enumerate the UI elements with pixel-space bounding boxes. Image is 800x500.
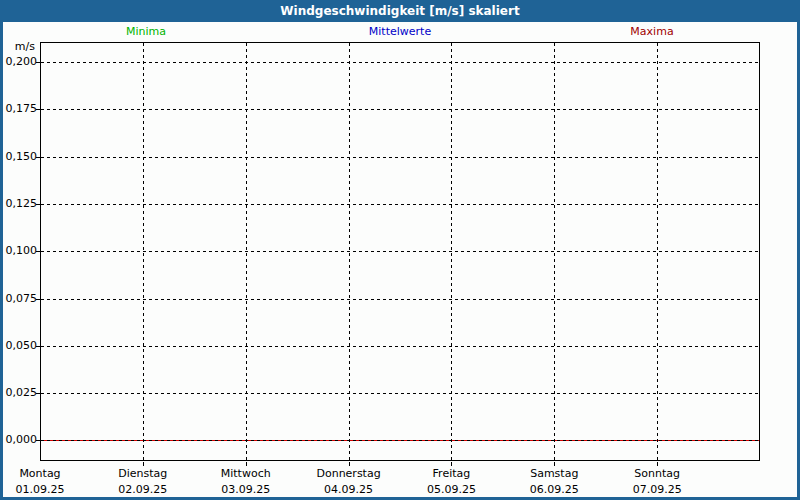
x-day-label: Sonntag: [602, 466, 712, 482]
x-date-label: 05.09.25: [396, 482, 506, 498]
x-axis-tick: [451, 462, 452, 466]
h-gridline: [41, 204, 759, 205]
y-tick-label: 0,050: [0, 339, 37, 352]
y-tick-label: 0,100: [0, 244, 37, 257]
x-axis-tick: [143, 462, 144, 466]
h-gridline: [41, 440, 759, 441]
y-tick-label: 0,175: [0, 102, 37, 115]
x-day-label: Dienstag: [88, 466, 198, 482]
y-axis-tick: [36, 251, 40, 252]
h-gridline: [41, 251, 759, 252]
x-day-label: Mittwoch: [191, 466, 301, 482]
frame-border-left: [0, 0, 3, 500]
x-tick-label: Montag01.09.25: [0, 466, 95, 498]
x-tick-label: Samstag06.09.25: [499, 466, 609, 498]
y-axis-tick: [36, 204, 40, 205]
x-day-label: Donnerstag: [294, 466, 404, 482]
y-axis-tick: [36, 346, 40, 347]
chart-title: Windgeschwindigkeit [m/s] skaliert: [280, 4, 519, 18]
y-tick-label: 0,025: [0, 386, 37, 399]
h-gridline: [41, 393, 759, 394]
h-gridline: [41, 109, 759, 110]
x-axis-tick: [246, 462, 247, 466]
y-axis-tick: [36, 62, 40, 63]
h-gridline: [41, 62, 759, 63]
y-tick-label: 0,200: [0, 55, 37, 68]
x-date-label: 04.09.25: [294, 482, 404, 498]
h-gridline: [41, 346, 759, 347]
y-axis-unit-label: m/s: [0, 40, 35, 53]
y-axis-tick: [36, 157, 40, 158]
x-tick-label: Sonntag07.09.25: [602, 466, 712, 498]
legend-maxima: Maxima: [630, 25, 673, 38]
x-tick-label: Dienstag02.09.25: [88, 466, 198, 498]
x-day-label: Samstag: [499, 466, 609, 482]
chart-window: Windgeschwindigkeit [m/s] skaliert Minim…: [0, 0, 800, 500]
y-tick-label: 0,125: [0, 197, 37, 210]
x-tick-label: Donnerstag04.09.25: [294, 466, 404, 498]
y-axis-tick: [36, 109, 40, 110]
h-gridline: [41, 157, 759, 158]
x-tick-label: Mittwoch03.09.25: [191, 466, 301, 498]
legend-mittelwerte: Mittelwerte: [369, 25, 431, 38]
plot-area: [40, 42, 760, 461]
y-axis-tick: [36, 440, 40, 441]
x-axis-tick: [349, 462, 350, 466]
v-gridline: [143, 43, 144, 460]
x-date-label: 07.09.25: [602, 482, 712, 498]
title-bar: Windgeschwindigkeit [m/s] skaliert: [0, 0, 800, 22]
x-date-label: 02.09.25: [88, 482, 198, 498]
legend-minima: Minima: [126, 25, 166, 38]
x-tick-label: Freitag05.09.25: [396, 466, 506, 498]
x-day-label: Montag: [0, 466, 95, 482]
h-gridline: [41, 299, 759, 300]
y-axis-tick: [36, 299, 40, 300]
v-gridline: [657, 43, 658, 460]
y-tick-label: 0,150: [0, 150, 37, 163]
v-gridline: [554, 43, 555, 460]
v-gridline: [349, 43, 350, 460]
x-date-label: 03.09.25: [191, 482, 301, 498]
x-day-label: Freitag: [396, 466, 506, 482]
v-gridline: [246, 43, 247, 460]
x-axis-tick: [554, 462, 555, 466]
x-date-label: 06.09.25: [499, 482, 609, 498]
x-date-label: 01.09.25: [0, 482, 95, 498]
y-tick-label: 0,000: [0, 433, 37, 446]
y-axis-tick: [36, 393, 40, 394]
v-gridline: [451, 43, 452, 460]
y-tick-label: 0,075: [0, 292, 37, 305]
x-axis-tick: [657, 462, 658, 466]
